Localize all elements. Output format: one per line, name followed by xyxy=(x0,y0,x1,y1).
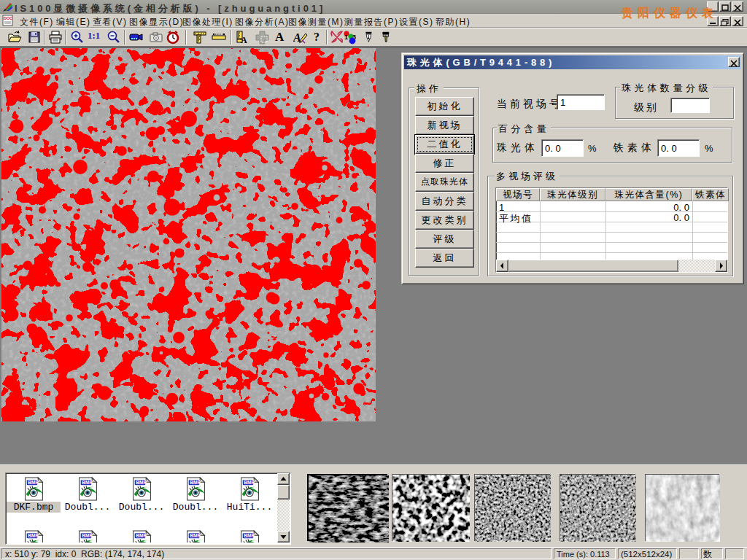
svg-text:BMP: BMP xyxy=(28,480,39,485)
svg-text:BMP: BMP xyxy=(244,480,255,485)
svg-text:1: 1 xyxy=(344,34,348,41)
svg-text:BMP: BMP xyxy=(28,533,39,538)
svg-text:BMP: BMP xyxy=(244,533,255,538)
svg-text:BMP: BMP xyxy=(82,480,93,485)
svg-text:BMP: BMP xyxy=(82,533,93,538)
svg-text:BMP: BMP xyxy=(190,480,201,485)
svg-text:BMP: BMP xyxy=(136,480,147,485)
svg-text:BMP: BMP xyxy=(136,533,147,538)
svg-text:BMP: BMP xyxy=(190,533,201,538)
svg-text:DOC: DOC xyxy=(4,16,12,20)
